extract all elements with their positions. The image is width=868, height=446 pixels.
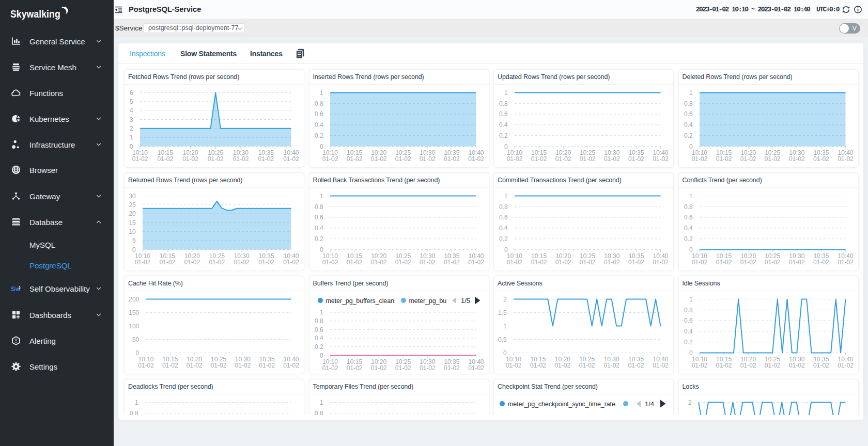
svg-text:01-02: 01-02 [370,155,386,163]
svg-text:01-02: 01-02 [838,362,854,369]
svg-text:0.2: 0.2 [315,132,323,139]
svg-text:01-02: 01-02 [653,155,669,163]
svg-text:01-02: 01-02 [419,259,435,266]
svg-text:25: 25 [129,201,136,209]
svg-text:30: 30 [129,193,136,200]
svg-text:01-02: 01-02 [764,362,780,369]
svg-text:01-02: 01-02 [555,155,571,163]
svg-text:meter_pg_bu: meter_pg_bu [409,297,446,305]
svg-text:01-02: 01-02 [209,259,225,266]
svg-text:0.2: 0.2 [684,132,693,139]
svg-text:01-02: 01-02 [530,362,546,369]
svg-text:01-02: 01-02 [740,259,756,266]
svg-text:0.8: 0.8 [499,100,508,107]
svg-text:0.8: 0.8 [315,410,323,416]
svg-text:01-02: 01-02 [135,259,151,266]
svg-text:01-02: 01-02 [444,259,460,266]
svg-text:0.6: 0.6 [315,110,323,118]
svg-text:01-02: 01-02 [468,259,484,266]
svg-text:01-02: 01-02 [691,155,707,163]
svg-text:01-02: 01-02 [444,364,460,372]
svg-text:01-02: 01-02 [322,155,338,163]
svg-text:01-02: 01-02 [235,362,251,369]
svg-text:4: 4 [130,107,133,114]
svg-text:100: 100 [129,323,139,330]
svg-text:1: 1 [504,193,508,200]
svg-text:01-02: 01-02 [468,155,484,163]
svg-text:01-02: 01-02 [322,364,338,372]
svg-text:0.6: 0.6 [315,214,323,221]
svg-text:150: 150 [129,309,139,316]
svg-text:01-02: 01-02 [132,155,148,163]
svg-text:01-02: 01-02 [603,362,619,369]
svg-text:5: 5 [130,98,133,105]
svg-text:01-02: 01-02 [716,155,732,163]
svg-text:01-02: 01-02 [813,259,829,266]
svg-text:meter_pg_checkpoint_sync_time_: meter_pg_checkpoint_sync_time_rate [508,401,615,408]
svg-text:01-02: 01-02 [184,259,200,266]
svg-text:01-02: 01-02 [346,155,362,163]
svg-text:0.2: 0.2 [315,343,323,351]
svg-text:01-02: 01-02 [653,362,669,369]
svg-text:01-02: 01-02 [322,259,338,266]
svg-text:1/5: 1/5 [461,297,470,305]
svg-text:meter_pg_buffers_clean: meter_pg_buffers_clean [326,297,394,305]
svg-text:0.6: 0.6 [684,110,693,118]
svg-text:01-02: 01-02 [604,155,620,163]
svg-text:01-02: 01-02 [716,362,732,369]
svg-text:0.2: 0.2 [684,339,693,346]
svg-text:01-02: 01-02 [187,362,203,369]
svg-text:01-02: 01-02 [346,364,362,372]
svg-text:0.8: 0.8 [684,307,693,314]
svg-text:01-02: 01-02 [653,259,669,266]
svg-text:2: 2 [688,399,692,406]
svg-text:0.2: 0.2 [499,235,508,243]
svg-text:1: 1 [503,323,507,330]
svg-text:01-02: 01-02 [283,362,299,369]
svg-text:01-02: 01-02 [838,259,854,266]
svg-text:0.4: 0.4 [315,334,323,342]
svg-text:0.6: 0.6 [684,317,693,324]
svg-text:0.6: 0.6 [684,214,693,221]
svg-text:01-02: 01-02 [788,259,804,266]
svg-text:01-02: 01-02 [258,155,274,163]
svg-text:01-02: 01-02 [531,155,547,163]
svg-text:01-02: 01-02 [419,364,435,372]
svg-text:3: 3 [130,116,133,123]
svg-text:0.4: 0.4 [684,225,693,232]
svg-text:0.6: 0.6 [499,214,508,221]
svg-text:01-02: 01-02 [740,362,756,369]
svg-text:1: 1 [320,399,323,406]
svg-text:01-02: 01-02 [419,155,435,163]
svg-text:01-02: 01-02 [740,155,756,163]
svg-text:20: 20 [129,210,136,217]
svg-text:0.8: 0.8 [130,410,138,416]
svg-text:6: 6 [130,89,133,97]
svg-text:01-02: 01-02 [604,259,620,266]
svg-text:01-02: 01-02 [138,362,154,369]
svg-text:01-02: 01-02 [788,155,804,163]
svg-text:1: 1 [504,89,508,97]
svg-text:2: 2 [503,296,507,303]
svg-text:0.5: 0.5 [498,336,507,343]
svg-text:0.4: 0.4 [499,121,508,129]
svg-text:2: 2 [130,125,133,132]
svg-text:01-02: 01-02 [283,155,299,163]
svg-text:0.8: 0.8 [315,203,323,211]
svg-text:0.6: 0.6 [315,326,323,333]
svg-text:01-02: 01-02 [208,155,224,163]
svg-text:01-02: 01-02 [691,259,707,266]
svg-text:01-02: 01-02 [716,259,732,266]
svg-text:01-02: 01-02 [160,259,176,266]
svg-text:01-02: 01-02 [628,155,644,163]
svg-text:01-02: 01-02 [162,362,178,369]
svg-text:01-02: 01-02 [764,155,780,163]
svg-text:01-02: 01-02 [580,259,596,266]
svg-text:01-02: 01-02 [370,364,386,372]
svg-text:01-02: 01-02 [370,259,386,266]
svg-text:01-02: 01-02 [346,259,362,266]
svg-text:01-02: 01-02 [395,364,411,372]
svg-text:01-02: 01-02 [258,259,274,266]
svg-text:1: 1 [320,89,323,97]
svg-text:0.8: 0.8 [315,317,323,325]
